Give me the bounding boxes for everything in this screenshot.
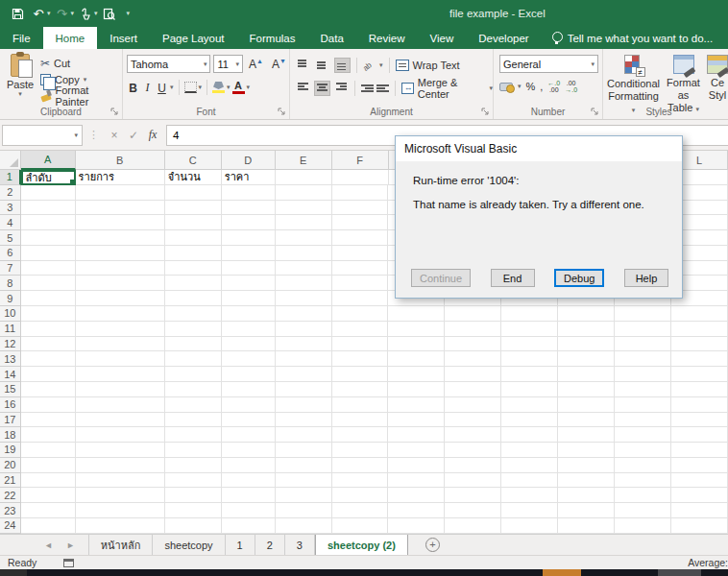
cell-a9[interactable] <box>21 291 76 306</box>
number-dialog-launcher[interactable] <box>591 108 599 116</box>
bottom-align-button[interactable] <box>334 58 351 73</box>
cell-d17[interactable] <box>222 413 276 428</box>
cell-f8[interactable] <box>332 276 389 291</box>
cell-a14[interactable] <box>21 367 76 382</box>
cell-k17[interactable] <box>615 413 671 428</box>
help-button[interactable]: Help <box>624 269 668 287</box>
row-header-21[interactable]: 21 <box>0 473 21 489</box>
cell-e2[interactable] <box>276 185 332 201</box>
cell-c10[interactable] <box>165 306 222 322</box>
cell-e3[interactable] <box>276 201 332 216</box>
paste-dropdown-icon[interactable]: ▾ <box>18 90 22 98</box>
cell-f7[interactable] <box>332 261 389 276</box>
cell-j12[interactable] <box>558 337 615 352</box>
cell-f16[interactable] <box>332 397 389 413</box>
cell-f19[interactable] <box>332 443 389 458</box>
ribbon-tab-insert[interactable]: Insert <box>97 27 150 49</box>
row-header-1[interactable]: 1 <box>0 170 21 185</box>
row-header-12[interactable]: 12 <box>0 337 21 352</box>
cell-c17[interactable] <box>165 413 222 428</box>
cell-l17[interactable] <box>671 413 728 428</box>
cell-b16[interactable] <box>76 397 165 413</box>
tell-me-box[interactable]: Tell me what you want to do... <box>542 27 723 49</box>
font-color-dropdown-icon[interactable]: ▾ <box>247 84 251 91</box>
cell-e19[interactable] <box>276 443 332 458</box>
cell-e22[interactable] <box>276 488 332 503</box>
comma-style-button[interactable]: , <box>540 81 543 92</box>
cell-h15[interactable] <box>445 382 501 397</box>
cell-e11[interactable] <box>276 322 332 337</box>
underline-button[interactable]: U <box>156 80 168 95</box>
cell-f22[interactable] <box>332 488 389 503</box>
cell-c14[interactable] <box>165 367 222 382</box>
ribbon-tab-file[interactable]: File <box>0 27 43 49</box>
cell-e16[interactable] <box>276 397 332 413</box>
cell-a5[interactable] <box>21 230 76 246</box>
cell-a17[interactable] <box>21 413 76 428</box>
cell-k15[interactable] <box>615 382 671 397</box>
cell-b7[interactable] <box>76 261 165 276</box>
cell-l24[interactable] <box>671 518 728 534</box>
cell-h23[interactable] <box>445 503 501 518</box>
row-header-4[interactable]: 4 <box>0 215 21 230</box>
cell-c7[interactable] <box>165 261 222 276</box>
cell-a13[interactable] <box>21 351 76 367</box>
cell-i24[interactable] <box>501 518 558 534</box>
font-dialog-launcher[interactable] <box>278 108 286 116</box>
cell-l20[interactable] <box>671 458 728 473</box>
cell-e23[interactable] <box>276 503 332 518</box>
cell-i14[interactable] <box>501 367 558 382</box>
cell-f24[interactable] <box>332 518 389 534</box>
cell-b23[interactable] <box>76 503 165 518</box>
cell-c23[interactable] <box>165 503 222 518</box>
cell-b3[interactable] <box>76 201 165 216</box>
cell-k16[interactable] <box>615 397 671 413</box>
cell-c19[interactable] <box>165 443 222 458</box>
cell-a20[interactable] <box>21 458 76 473</box>
cell-e7[interactable] <box>276 261 332 276</box>
increase-font-size-button[interactable]: A▲ <box>246 58 266 71</box>
row-header-14[interactable]: 14 <box>0 367 21 382</box>
cell-g16[interactable] <box>388 397 445 413</box>
cell-i20[interactable] <box>501 458 558 473</box>
cell-k18[interactable] <box>615 427 671 443</box>
row-header-2[interactable]: 2 <box>0 185 21 201</box>
cell-a18[interactable] <box>21 427 76 443</box>
cell-f4[interactable] <box>332 215 389 230</box>
cell-j24[interactable] <box>558 518 615 534</box>
cell-b14[interactable] <box>76 367 165 382</box>
cell-i13[interactable] <box>501 351 558 367</box>
row-header-7[interactable]: 7 <box>0 261 21 276</box>
cell-b1[interactable]: รายการ <box>76 170 165 185</box>
orientation-dropdown-icon[interactable]: ▾ <box>379 61 383 69</box>
number-format-select[interactable]: General ▾ <box>499 55 598 73</box>
row-header-3[interactable]: 3 <box>0 201 21 216</box>
cell-a24[interactable] <box>21 518 76 534</box>
cell-a19[interactable] <box>21 443 76 458</box>
row-header-17[interactable]: 17 <box>0 413 21 428</box>
cell-d19[interactable] <box>222 443 276 458</box>
font-color-icon[interactable]: A <box>232 82 245 94</box>
cell-h21[interactable] <box>445 473 501 489</box>
cell-a23[interactable] <box>21 503 76 518</box>
print-preview-icon[interactable] <box>100 4 119 23</box>
cell-b8[interactable] <box>76 276 165 291</box>
cell-f1[interactable] <box>332 170 389 185</box>
cell-d23[interactable] <box>222 503 276 518</box>
sheet-nav-right-icon[interactable]: ► <box>66 540 75 550</box>
cell-l19[interactable] <box>671 443 728 458</box>
cell-j15[interactable] <box>558 382 615 397</box>
cell-j19[interactable] <box>558 443 615 458</box>
align-left-button[interactable] <box>296 81 311 96</box>
decrease-font-size-button[interactable]: A▼ <box>269 58 289 71</box>
italic-button[interactable]: I <box>141 80 154 95</box>
cell-d8[interactable] <box>222 276 276 291</box>
cell-a22[interactable] <box>21 488 76 503</box>
cell-h14[interactable] <box>445 367 501 382</box>
cell-e4[interactable] <box>276 215 332 230</box>
cell-b11[interactable] <box>76 322 165 337</box>
cell-e21[interactable] <box>276 473 332 489</box>
cell-j21[interactable] <box>558 473 615 489</box>
cell-d12[interactable] <box>222 337 276 352</box>
fill-color-dropdown-icon[interactable]: ▾ <box>227 84 231 91</box>
